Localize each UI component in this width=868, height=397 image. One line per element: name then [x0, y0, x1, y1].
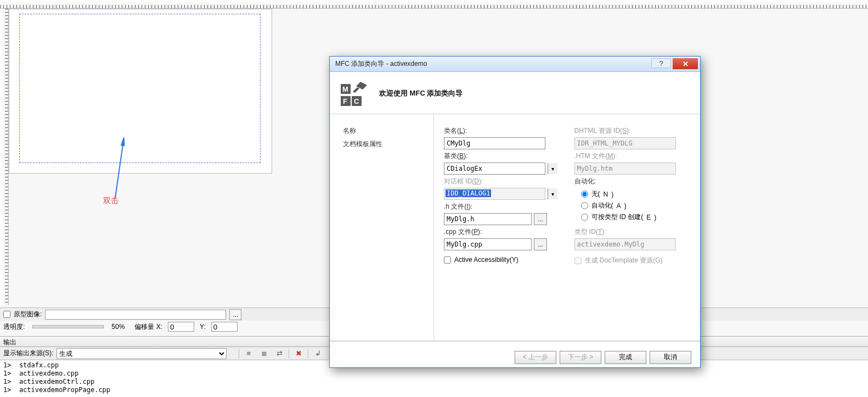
output-line: 1> activexdemoPropPage.cpp	[3, 386, 865, 394]
type-id-label: 类型 ID(T):	[574, 227, 689, 237]
chevron-down-icon[interactable]: ▾	[548, 188, 557, 199]
cpp-file-browse-button[interactable]: ...	[534, 238, 547, 250]
cpp-file-input[interactable]	[444, 238, 532, 250]
svg-text:M: M	[342, 85, 348, 93]
cpp-file-label: .cpp 文件(P):	[444, 227, 558, 237]
chevron-down-icon[interactable]: ▾	[548, 163, 557, 174]
type-id-input	[574, 238, 676, 250]
dialog-id-value: IDD_DIALOG1	[446, 189, 491, 197]
wizard-nav-doctemplate[interactable]: 文档模板属性	[343, 139, 433, 153]
separator-icon	[308, 349, 308, 359]
doctemplate-checkbox	[574, 257, 582, 264]
offset-y-label: Y:	[200, 323, 206, 331]
output-tool-1[interactable]: ≡	[243, 348, 255, 359]
output-source-label: 显示输出来源(S):	[3, 349, 53, 358]
prototype-image-checkbox[interactable]	[3, 311, 10, 318]
output-line: 1> activexdemo.cpp	[3, 370, 865, 378]
wizard-nav-names[interactable]: 名称	[343, 126, 433, 139]
prototype-image-label: 原型图像:	[14, 310, 42, 319]
next-button[interactable]: 下一步 >	[560, 351, 601, 364]
close-button[interactable]: ✕	[673, 58, 698, 69]
svg-text:F: F	[343, 97, 347, 105]
wizard-title-text: MFC 添加类向导 - activexdemo	[335, 59, 427, 69]
prototype-image-browse-button[interactable]: ...	[229, 309, 241, 320]
offset-x-input[interactable]	[168, 322, 194, 332]
transparency-slider[interactable]	[32, 325, 104, 328]
dialog-template-frame[interactable]	[19, 14, 261, 163]
svg-text:C: C	[354, 97, 359, 105]
output-source-select[interactable]: 生成	[57, 348, 227, 359]
offset-x-label: 偏移量 X:	[134, 322, 162, 332]
output-line: 1> activexdemoCtrl.cpp	[3, 378, 865, 386]
finish-button[interactable]: 完成	[605, 351, 646, 364]
htm-label: .HTM 文件(M):	[574, 152, 689, 161]
dhtml-input	[574, 137, 676, 149]
cancel-button[interactable]: 取消	[650, 351, 691, 364]
horizontal-ruler	[0, 0, 868, 9]
wizard-titlebar[interactable]: MFC 添加类向导 - activexdemo ? ✕	[330, 57, 700, 72]
output-tool-3[interactable]: ⇄	[273, 348, 285, 359]
prev-button[interactable]: < 上一步	[515, 351, 556, 364]
help-button[interactable]: ?	[651, 58, 671, 68]
h-file-input[interactable]	[444, 213, 532, 225]
automation-auto-radio[interactable]: 自动化(A)	[581, 201, 689, 210]
separator-icon	[239, 349, 239, 359]
transparency-label: 透明度:	[3, 322, 25, 332]
output-wrap-button[interactable]: ↲	[312, 348, 324, 359]
wizard-header: M F C 欢迎使用 MFC 添加类向导	[330, 72, 700, 114]
separator-icon	[289, 349, 289, 359]
output-tool-2[interactable]: ≣	[258, 348, 270, 359]
mfc-icon: M F C	[341, 80, 369, 107]
prototype-image-input[interactable]	[45, 310, 226, 320]
transparency-value: 50%	[111, 323, 125, 331]
h-file-label: .h 文件(I):	[444, 202, 558, 211]
add-class-wizard-dialog: MFC 添加类向导 - activexdemo ? ✕ M F C 欢迎使用 M…	[329, 56, 701, 368]
h-file-browse-button[interactable]: ...	[534, 213, 547, 225]
automation-group-label: 自动化:	[574, 177, 689, 186]
double-click-annotation: 双击	[103, 196, 119, 206]
vertical-ruler	[0, 9, 9, 305]
wizard-nav: 名称 文档模板属性	[330, 114, 434, 340]
automation-typeid-radio[interactable]: 可按类型 ID 创建(E)	[581, 213, 689, 222]
design-surface[interactable]	[9, 9, 272, 174]
dhtml-label: DHTML 资源 ID(S):	[574, 126, 689, 136]
active-accessibility-checkbox[interactable]	[444, 256, 451, 264]
wizard-banner-title: 欢迎使用 MFC 添加类向导	[379, 88, 463, 98]
htm-input	[574, 163, 676, 175]
output-clear-button[interactable]: ✖	[292, 348, 305, 359]
active-accessibility-label: Active Accessibility(Y)	[454, 256, 518, 264]
dialog-id-label: 对话框 ID(D):	[444, 177, 558, 186]
class-name-input[interactable]	[444, 137, 545, 149]
wizard-panel: 类名(L): 基类(B): ▾ 对话框 ID(D): IDD_DIALOG1 ▾…	[434, 114, 700, 340]
doctemplate-label: 生成 DocTemplate 资源(G)	[585, 256, 663, 265]
base-class-label: 基类(B):	[444, 152, 558, 161]
wizard-footer: < 上一步 下一步 > 完成 取消	[330, 341, 700, 370]
base-class-combo[interactable]	[444, 163, 545, 175]
offset-y-input[interactable]	[211, 322, 238, 332]
class-name-label: 类名(L):	[444, 126, 558, 136]
automation-none-radio[interactable]: 无(N)	[581, 189, 689, 199]
